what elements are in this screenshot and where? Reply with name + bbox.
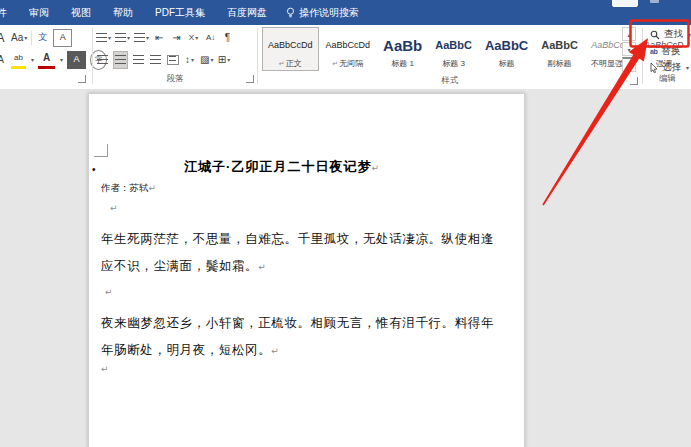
cursor-icon <box>650 63 658 73</box>
paragraph-group: ▾ ▾ ▾ ⇤ ⇥ X▾ A↓ ¶ ↕▾ ▨▾ ⊞▾ 段落 <box>94 25 256 89</box>
poem-line[interactable]: 年生死两茫茫，不思量，自难忘。千里孤坟，无处话凄凉。纵使相逢 <box>101 231 511 248</box>
styles-group-label: 样式 <box>259 75 641 87</box>
poem-line[interactable]: 夜来幽梦忽还乡，小轩窗，正梳妆。相顾无言，惟有泪千行。料得年 <box>101 315 511 332</box>
style-heading1[interactable]: AaBb 标题 1 <box>377 27 428 71</box>
font-group: A Aa▾ 文 A A ab ▾ A ▾ A 字 <box>0 25 92 89</box>
replace-icon: ab <box>650 48 657 55</box>
gallery-more-button[interactable]: ▾ <box>622 57 636 72</box>
divider <box>31 31 32 45</box>
grow-font-icon[interactable]: A <box>0 30 7 46</box>
group-divider <box>92 28 93 84</box>
document-page[interactable]: • 江城子·乙卯正月二十日夜记梦↵ 作者：苏轼↵ ↵ 年生死两茫茫，不思量，自难… <box>88 93 525 447</box>
tab-review[interactable]: 审阅 <box>18 4 60 22</box>
paragraph-dialog-launcher[interactable] <box>246 75 254 83</box>
poem-line[interactable]: 应不识，尘满面，鬓如霜。↵ <box>101 258 511 275</box>
style-heading3[interactable]: AaBbC 标题 3 <box>429 27 478 71</box>
paragraph-mark: ↵ <box>371 163 379 173</box>
change-case-icon[interactable]: Aa▾ <box>11 30 27 46</box>
lightbulb-icon <box>286 7 295 19</box>
paragraph-mark: ↵ <box>258 262 266 272</box>
return-mark-icon: ↵ <box>279 60 285 67</box>
titlebar-partial-icon <box>650 0 659 3</box>
styles-group: AaBbCcDd ↵正文 AaBbCcDd ↵无间隔 AaBb 标题 1 AaB… <box>259 25 641 89</box>
title-bullet: • <box>92 164 96 175</box>
tab-pdf-tools[interactable]: PDF工具集 <box>144 4 216 22</box>
paragraph-group-label: 段落 <box>94 73 256 85</box>
gallery-scroll-down[interactable]: ▾ <box>622 42 636 56</box>
align-right-icon[interactable] <box>132 52 145 68</box>
search-icon <box>650 30 660 40</box>
tab-mailings-partial[interactable]: 件 <box>0 4 18 22</box>
numbering-icon[interactable]: ▾ <box>115 30 130 46</box>
paragraph-mark: ↵ <box>110 203 118 213</box>
align-left-icon[interactable] <box>96 52 109 68</box>
style-normal[interactable]: AaBbCcDd ↵正文 <box>262 27 319 71</box>
style-no-spacing[interactable]: AaBbCcDd ↵无间隔 <box>320 27 377 71</box>
text-boundary-mark <box>94 144 108 157</box>
bullets-icon[interactable]: ▾ <box>96 30 111 46</box>
text-effects-icon[interactable]: A <box>0 52 7 68</box>
find-button[interactable]: 查找 ▾ <box>650 28 691 41</box>
replace-button[interactable]: ab 替换 <box>650 45 680 58</box>
ribbon: A Aa▾ 文 A A ab ▾ A ▾ A 字 ▾ ▾ ▾ <box>0 25 691 90</box>
document-canvas: • 江城子·乙卯正月二十日夜记梦↵ 作者：苏轼↵ ↵ 年生死两茫茫，不思量，自难… <box>0 89 691 447</box>
decrease-indent-icon[interactable]: ⇤ <box>153 30 166 46</box>
show-hide-marks-icon[interactable]: ¶ <box>221 30 234 46</box>
poem-line[interactable]: 年肠断处，明月夜，短松冈。↵ <box>101 342 511 359</box>
author-line[interactable]: 作者：苏轼↵ <box>101 182 156 195</box>
group-divider <box>642 28 643 84</box>
tab-help[interactable]: 帮助 <box>102 4 144 22</box>
tell-me-search[interactable]: 操作说明搜索 <box>278 4 367 22</box>
group-divider <box>257 28 258 84</box>
font-dialog-launcher[interactable] <box>78 75 86 83</box>
tab-baidu-netdisk[interactable]: 百度网盘 <box>216 4 278 22</box>
word-window: 件 审阅 视图 帮助 PDF工具集 百度网盘 操作说明搜索 A Aa▾ <box>0 0 691 447</box>
style-subtitle[interactable]: AaBbC 副标题 <box>535 27 584 71</box>
justify-icon[interactable] <box>149 52 162 68</box>
line-spacing-icon[interactable]: ↕▾ <box>183 52 196 68</box>
menu-bar: 件 审阅 视图 帮助 PDF工具集 百度网盘 操作说明搜索 <box>0 0 691 25</box>
borders-icon[interactable]: ⊞▾ <box>217 52 230 68</box>
return-mark-icon: ↵ <box>332 60 338 67</box>
align-center-icon[interactable] <box>113 51 128 69</box>
style-title[interactable]: AaBbC 标题 <box>479 27 534 71</box>
paragraph-mark: ↵ <box>101 364 109 374</box>
distribute-icon[interactable] <box>166 52 179 68</box>
paragraph-mark: ↵ <box>105 287 113 297</box>
tab-view[interactable]: 视图 <box>60 4 102 22</box>
text-highlight-color-icon[interactable]: ab <box>11 50 26 69</box>
gallery-scroll-up[interactable]: ▴ <box>622 27 636 41</box>
caret-icon[interactable]: ▾ <box>31 56 34 63</box>
caret-icon[interactable]: ▾ <box>60 56 63 63</box>
caret-icon: ▾ <box>686 64 689 71</box>
document-title[interactable]: 江城子·乙卯正月二十日夜记梦↵ <box>99 158 464 176</box>
asian-layout-icon[interactable]: X▾ <box>187 30 200 46</box>
paragraph-mark: ↵ <box>149 183 157 193</box>
tell-me-label: 操作说明搜索 <box>299 6 359 20</box>
font-color-icon[interactable]: A <box>38 50 55 69</box>
shading-icon[interactable]: ▨▾ <box>200 52 213 68</box>
sort-icon[interactable]: A↓ <box>204 30 217 46</box>
styles-dialog-launcher[interactable] <box>630 77 638 85</box>
editing-group-label: 编辑 <box>644 73 691 85</box>
editing-group: 查找 ▾ ab 替换 选择 ▾ 编辑 <box>644 25 691 89</box>
character-border-icon[interactable]: A <box>53 29 72 47</box>
increase-indent-icon[interactable]: ⇥ <box>170 30 183 46</box>
character-shading-icon[interactable]: A <box>67 51 86 69</box>
phonetic-guide-icon[interactable]: 文 <box>36 30 49 46</box>
paragraph-mark: ↵ <box>271 346 279 356</box>
multilevel-list-icon[interactable]: ▾ <box>134 30 149 46</box>
titlebar-partial-control[interactable] <box>612 0 638 7</box>
